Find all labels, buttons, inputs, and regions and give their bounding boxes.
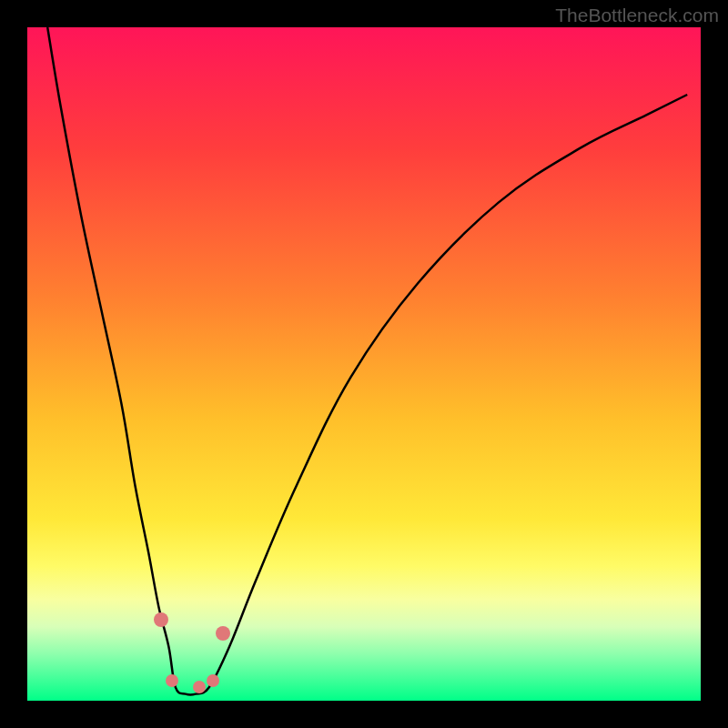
chart-container (27, 27, 701, 701)
data-marker (166, 674, 178, 687)
data-marker (207, 674, 219, 687)
data-markers (27, 27, 701, 701)
watermark-text: TheBottleneck.com (555, 5, 719, 26)
data-marker (154, 612, 168, 627)
data-marker (216, 626, 230, 641)
data-marker (193, 681, 206, 693)
